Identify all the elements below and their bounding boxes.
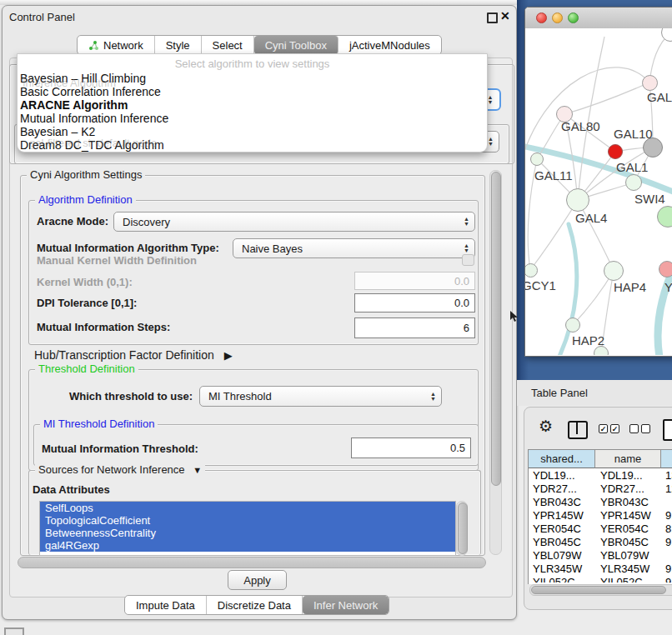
spinner-down-icon: ▼ (488, 100, 494, 105)
network-node-selected[interactable] (608, 144, 623, 159)
page-icon[interactable] (663, 419, 672, 441)
mi-threshold-label: Mutual Information Threshold: (42, 442, 198, 455)
algorithm-popup-placeholder: Select algorithm to view settings (18, 58, 487, 70)
network-node[interactable] (625, 174, 642, 191)
node-label: GAL4 (575, 211, 607, 225)
mi-threshold-field[interactable]: 0.5 (351, 438, 471, 458)
column-header[interactable]: name (595, 449, 661, 468)
network-window-titlebar[interactable] (525, 8, 672, 29)
list-item[interactable]: BetweennessCentrality (40, 527, 455, 539)
mac-close-button[interactable] (536, 12, 547, 23)
mi-steps-field[interactable]: 6 (354, 318, 475, 338)
hub-definition-toggle[interactable]: Hub/Transcription Factor Definition ▶ (34, 348, 233, 362)
tab-infer-network[interactable]: Infer Network (303, 596, 389, 614)
dpi-tolerance-field[interactable]: 0.0 (354, 293, 475, 312)
algorithm-option-aracne[interactable]: ARACNE Algorithm (20, 98, 128, 112)
scrollbar-thumb[interactable] (458, 502, 468, 554)
data-attributes-list[interactable]: SelfLoops TopologicalCoefficient Between… (39, 501, 456, 556)
network-canvas[interactable]: GAL GAL80 GAL10 GAL11 GAL1 SWI4 GAL4 GCY… (525, 28, 672, 355)
algorithm-option-dream8[interactable]: Dream8 DC_TDC Algorithm (20, 138, 164, 152)
manual-kernel-checkbox[interactable] (462, 254, 474, 266)
algorithm-option-bayesian-hill[interactable]: Bayesian – Hill Climbing (20, 72, 146, 85)
tab-network[interactable]: Network (78, 36, 155, 54)
attribute-list-scrollbar[interactable] (456, 501, 468, 556)
column-header[interactable]: shared... (529, 449, 595, 468)
table-row[interactable]: YDL19... YDL19... 13 (529, 469, 672, 482)
tab-style[interactable]: Style (155, 36, 202, 54)
table-row[interactable]: YER054C YER054C 8. (529, 522, 672, 536)
kernel-width-label: Kernel Width (0,1): (37, 276, 133, 288)
column-chooser-icon[interactable] (568, 421, 588, 439)
settings-horizontal-scrollbar[interactable] (18, 557, 486, 568)
tab-discretize-data-label: Discretize Data (218, 599, 291, 612)
network-node[interactable] (659, 261, 672, 278)
network-node[interactable] (566, 188, 589, 212)
algorithm-option-bayesian-k2[interactable]: Bayesian – K2 (20, 125, 95, 138)
kernel-width-value: 0.0 (454, 275, 469, 288)
node-label: GAL10 (614, 127, 653, 141)
table-row[interactable]: YLR345W YLR345W 9. (529, 562, 672, 576)
node-label: HAP4 (614, 280, 646, 294)
network-icon (88, 40, 99, 51)
kernel-width-field[interactable]: 0.0 (354, 272, 475, 290)
table-row[interactable]: YBR043C YBR043C (529, 496, 672, 509)
scrollbar-thumb[interactable] (531, 586, 666, 594)
node-label: GCY1 (525, 278, 556, 292)
table-options-icon[interactable]: ⚙ (539, 417, 553, 436)
tab-style-label: Style (166, 39, 190, 52)
mouse-cursor (510, 311, 519, 325)
cell: YIL052C (533, 576, 575, 582)
algorithm-option-basic-correlation[interactable]: Basic Correlation Inference (20, 85, 161, 98)
close-icon[interactable]: ✕ (500, 9, 510, 22)
tab-cyni-toolbox[interactable]: Cyni Toolbox (254, 36, 339, 54)
table-horizontal-scrollbar[interactable] (529, 584, 672, 596)
cell: 9. (665, 536, 672, 549)
apply-button-label: Apply (243, 574, 271, 587)
table-row[interactable]: YDR27... YDR27... 12 (529, 482, 672, 496)
apply-button[interactable]: Apply (228, 570, 287, 590)
tab-select[interactable]: Select (202, 36, 254, 54)
aracne-mode-combo[interactable]: Discovery ▲▼ (113, 212, 475, 232)
tab-discretize-data[interactable]: Discretize Data (207, 596, 303, 614)
algorithm-definition-title: Algorithm Definition (35, 193, 136, 206)
table-row[interactable]: YBR045C YBR045C 9. (529, 536, 672, 549)
list-item[interactable]: SelfLoops (40, 502, 455, 514)
cell: YDL19... (600, 469, 643, 482)
cell: YDR27... (600, 482, 644, 496)
minimized-panel-icon[interactable] (4, 628, 24, 635)
network-node[interactable] (604, 261, 624, 281)
list-item[interactable]: TopologicalCoefficient (40, 514, 455, 527)
column-header[interactable] (661, 449, 672, 468)
table-row[interactable]: YIL052C YIL052C 9. (529, 576, 672, 582)
node-label: SWI4 (634, 192, 665, 206)
table-panel-title: Table Panel (531, 387, 588, 399)
which-threshold-combo[interactable]: MI Threshold ▲▼ (199, 386, 442, 407)
network-node[interactable] (642, 75, 658, 91)
scrollbar-thumb[interactable] (491, 172, 501, 486)
tab-jactivemnodules[interactable]: jActiveMNodules (339, 36, 441, 54)
collapse-down-icon[interactable]: ▼ (193, 465, 202, 475)
network-view-window[interactable]: GAL GAL80 GAL10 GAL11 GAL1 SWI4 GAL4 GCY… (524, 7, 672, 357)
tab-impute-data[interactable]: Impute Data (125, 596, 207, 614)
table-row[interactable]: YBL079W YBL079W (529, 549, 672, 562)
select-all-columns-icon[interactable]: ✓ ✓ (599, 424, 619, 433)
deselect-all-columns-icon[interactable] (629, 424, 650, 433)
cell: YBL079W (533, 549, 582, 562)
cell: 9. (665, 509, 672, 522)
mac-zoom-button[interactable] (568, 12, 579, 23)
mac-minimize-button[interactable] (552, 12, 563, 23)
mi-type-combo[interactable]: Naive Bayes ▲▼ (233, 238, 475, 258)
network-node[interactable] (565, 318, 580, 332)
cell: YBR045C (533, 536, 581, 549)
mi-threshold-value: 0.5 (450, 442, 465, 454)
float-window-icon[interactable] (487, 12, 498, 23)
table-row[interactable]: YPR145W YPR145W 9. (529, 509, 672, 522)
network-node[interactable] (530, 152, 544, 166)
control-panel-titlebar[interactable]: Control Panel ✕ (3, 6, 516, 28)
spinner-icon: ▲▼ (488, 137, 495, 147)
list-item[interactable]: gal4RGexp (40, 539, 455, 552)
node-label: GAL1 (616, 160, 648, 174)
dpi-tolerance-value: 0.0 (454, 297, 469, 309)
algorithm-option-mutual-information[interactable]: Mutual Information Inference (20, 112, 168, 125)
settings-vertical-scrollbar[interactable] (489, 170, 502, 555)
